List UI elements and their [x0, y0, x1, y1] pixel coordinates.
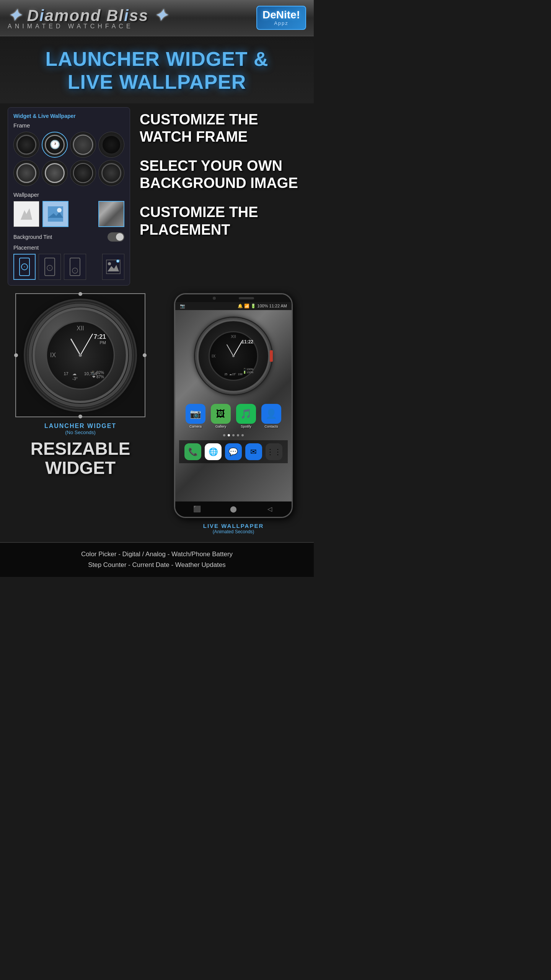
bg-tint-toggle[interactable]	[108, 232, 124, 242]
frame-option-1[interactable]	[13, 132, 39, 158]
watch-inner-face: XII IX 7:21 PM 📱 92% ❤ 87% 17 ☁ -3° 10,7…	[46, 321, 115, 390]
bg-tint-label: Background Tint	[13, 234, 52, 240]
phone-label: LIVE WALLPAPER	[203, 523, 264, 529]
watch-time: 7:21	[94, 333, 106, 340]
corner-left	[14, 353, 18, 357]
center-dot	[79, 354, 82, 357]
phone-hour-hand	[227, 344, 234, 356]
frame-option-4[interactable]	[98, 132, 124, 158]
main-title: LAUNCHER WIDGET & LIVE WALLPAPER	[8, 48, 306, 94]
widget-frame: XII IX 7:21 PM 📱 92% ❤ 87% 17 ☁ -3° 10,7…	[15, 293, 145, 417]
watch-face-large: XII IX 7:21 PM 📱 92% ❤ 87% 17 ☁ -3° 10,7…	[27, 302, 134, 409]
corner-top	[78, 292, 82, 296]
feature-text-panel: CUSTOMIZE THE WATCH FRAME SELECT YOUR OW…	[138, 107, 306, 286]
phone-watch-inner: XII IX 11:22 📱100% 🔋100% 25☁15°198	[209, 331, 258, 381]
phone-watch-stats: 📱100% 🔋100%	[243, 368, 253, 374]
phone-dock: 📞 🌐 💬 ✉ ⋮⋮	[179, 440, 288, 463]
app-spotify-label: Spotify	[241, 425, 251, 428]
content-area: Widget & Live Wallpaper Frame 🕐	[0, 103, 314, 289]
dock-messages[interactable]: 💬	[225, 443, 242, 460]
feature-title-1: CUSTOMIZE THE WATCH FRAME	[140, 111, 304, 146]
nav-back[interactable]: ⬛	[191, 505, 203, 513]
placement-add-button[interactable]	[102, 254, 124, 280]
phone-nav-bar: ⬛ ⬤ ◁	[175, 501, 292, 517]
minute-hand	[80, 333, 93, 355]
bg-tint-row: Background Tint	[13, 232, 124, 242]
feature-title-3: CUSTOMIZE THE PLACEMENT	[140, 204, 304, 238]
status-icons: 📷	[180, 304, 185, 309]
app-contacts[interactable]: 👤 Contacts	[261, 404, 281, 428]
wallpaper-landscape[interactable]	[42, 201, 68, 227]
placement-left[interactable]	[13, 254, 36, 280]
phone-watch-roman-xii: XII	[231, 334, 236, 339]
speaker	[239, 297, 254, 299]
svg-point-12	[75, 270, 75, 271]
frame-option-7[interactable]	[70, 160, 96, 186]
dock-chrome[interactable]: 🌐	[205, 443, 222, 460]
watch-date-steps: 17 ☁ -3° 10,754	[64, 371, 97, 381]
feature-item-2: SELECT YOUR OWN BACKGROUND IMAGE	[140, 157, 304, 192]
watch-roman-xii: XII	[77, 325, 84, 332]
frame-option-8[interactable]	[98, 160, 124, 186]
placement-right[interactable]	[64, 254, 86, 280]
brand-logo: DeNite! Appz	[256, 6, 306, 30]
app-title: ✦ Diamond Bliss ✦	[8, 6, 168, 25]
placement-label: Placement	[13, 245, 124, 251]
settings-tab-label[interactable]: Widget & Live Wallpaper	[13, 113, 124, 119]
phone-watch-bottom: 25☁15°198	[224, 373, 242, 376]
app-spotify[interactable]: 🎵 Spotify	[236, 404, 256, 428]
footer: Color Picker - Digital / Analog - Watch/…	[0, 542, 314, 577]
phone-crown	[270, 350, 273, 362]
nav-recent[interactable]: ◁	[264, 505, 276, 513]
frame-section-label: Frame	[13, 122, 124, 129]
app-camera-label: Camera	[189, 425, 202, 428]
svg-marker-14	[108, 265, 119, 271]
resizable-title: RESIZABLE WIDGET	[31, 439, 130, 478]
header-title-block: ✦ Diamond Bliss ✦ Animated Watchface	[8, 6, 168, 30]
watch-roman-ix: IX	[50, 352, 56, 359]
hour-hand	[70, 338, 81, 356]
app-camera[interactable]: 📷 Camera	[186, 404, 205, 428]
dot-5	[241, 434, 244, 436]
page-dots	[179, 434, 288, 436]
dock-email[interactable]: ✉	[245, 443, 262, 460]
phone-section: XII IX 7:21 PM 📱 92% ❤ 87% 17 ☁ -3° 10,7…	[0, 289, 314, 542]
frame-option-6[interactable]	[42, 160, 68, 186]
svg-rect-10	[70, 258, 80, 276]
dock-phone[interactable]: 📞	[184, 443, 201, 460]
frame-option-3[interactable]	[70, 132, 96, 158]
nav-home[interactable]: ⬤	[228, 505, 239, 513]
placement-options	[13, 254, 124, 280]
feature-item-1: CUSTOMIZE THE WATCH FRAME	[140, 111, 304, 146]
watch-time-display: 7:21 PM	[94, 333, 106, 345]
svg-point-3	[57, 208, 62, 212]
phone-sublabel: (Animated Seconds)	[213, 529, 254, 534]
placement-center[interactable]	[39, 254, 61, 280]
phone-watch-time: 11:22	[241, 339, 253, 345]
frame-option-5[interactable]	[13, 160, 39, 186]
dock-apps[interactable]: ⋮⋮	[266, 443, 282, 460]
settings-panel: Widget & Live Wallpaper Frame 🕐	[8, 107, 130, 286]
phone-screen: XII IX 11:22 📱100% 🔋100% 25☁15°198	[175, 310, 292, 501]
wallpaper-white[interactable]	[13, 201, 39, 227]
svg-point-9	[49, 268, 50, 268]
phone-apps-row: 📷 Camera 🖼 Gallery 🎵 Spotify 👤 Contacts	[179, 402, 288, 430]
dot-3	[232, 434, 235, 436]
corner-bottom	[78, 415, 82, 418]
frame-option-2[interactable]: 🕐	[42, 132, 68, 158]
phone-watch-roman-ix: IX	[212, 354, 215, 358]
app-contacts-label: Contacts	[264, 425, 278, 428]
watch-period: PM	[94, 340, 106, 345]
wallpaper-options	[13, 201, 124, 227]
app-subtitle: Animated Watchface	[8, 23, 134, 30]
front-camera	[213, 297, 216, 300]
wallpaper-section-label: Wallpaper	[13, 191, 124, 198]
svg-point-6	[24, 266, 25, 267]
phone-status-bar: 📷 🔔 📶 🔋 100% 11:22 AM	[175, 302, 292, 310]
phone-mockup-container: 📷 🔔 📶 🔋 100% 11:22 AM XII IX 11:22	[161, 293, 306, 534]
app-gallery[interactable]: 🖼 Gallery	[211, 404, 231, 428]
dot-4	[237, 434, 239, 436]
status-right: 🔔 📶 🔋 100% 11:22 AM	[238, 304, 287, 309]
widget-label: LAUNCHER WIDGET	[44, 423, 116, 430]
wallpaper-diamond[interactable]	[98, 201, 124, 227]
